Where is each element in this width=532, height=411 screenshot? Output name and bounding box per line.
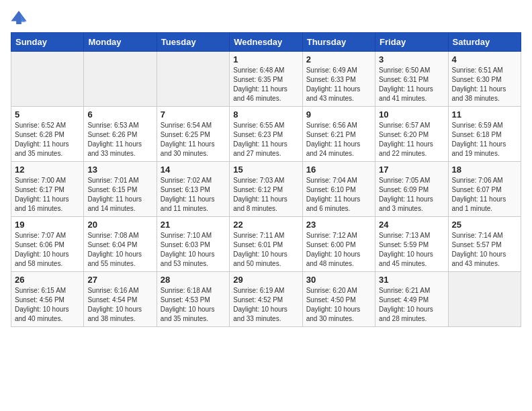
day-number: 1 [233,54,298,64]
day-number: 20 [87,220,152,230]
calendar-cell: 21 Sunrise: 7:10 AMSunset: 6:03 PMDaylig… [157,217,229,272]
calendar-cell: 4 Sunrise: 6:51 AMSunset: 6:30 PMDayligh… [448,52,521,107]
day-number: 7 [161,109,226,120]
day-detail: Sunrise: 6:49 AMSunset: 6:33 PMDaylight:… [306,66,371,103]
day-detail: Sunrise: 6:48 AMSunset: 6:35 PMDaylight:… [233,66,298,103]
calendar-cell: 20 Sunrise: 7:08 AMSunset: 6:04 PMDaylig… [84,217,157,272]
calendar-cell: 30 Sunrise: 6:20 AMSunset: 4:50 PMDaylig… [302,272,375,327]
day-detail: Sunrise: 7:01 AMSunset: 6:15 PMDaylight:… [87,176,152,214]
day-number: 15 [233,165,298,175]
logo-icon [11,11,27,24]
calendar-cell: 13 Sunrise: 7:01 AMSunset: 6:15 PMDaylig… [84,162,157,217]
day-detail: Sunrise: 6:18 AMSunset: 4:53 PMDaylight:… [161,286,226,324]
day-number: 14 [161,165,226,175]
calendar-cell: 26 Sunrise: 6:15 AMSunset: 4:56 PMDaylig… [11,272,84,327]
day-number: 25 [452,220,517,230]
day-number: 23 [306,220,371,230]
day-detail: Sunrise: 6:55 AMSunset: 6:23 PMDaylight:… [233,121,298,158]
calendar-cell: 2 Sunrise: 6:49 AMSunset: 6:33 PMDayligh… [302,52,375,107]
calendar-cell: 16 Sunrise: 7:04 AMSunset: 6:10 PMDaylig… [302,162,375,217]
day-number: 6 [87,109,152,120]
calendar-cell: 29 Sunrise: 6:19 AMSunset: 4:52 PMDaylig… [230,272,302,327]
day-number: 12 [15,165,80,175]
day-detail: Sunrise: 6:53 AMSunset: 6:26 PMDaylight:… [87,121,152,158]
calendar-week-row: 5 Sunrise: 6:52 AMSunset: 6:28 PMDayligh… [11,107,521,162]
day-number: 3 [379,54,444,64]
day-number: 11 [452,109,517,120]
weekday-header: Tuesday [157,33,229,52]
calendar-cell: 18 Sunrise: 7:06 AMSunset: 6:07 PMDaylig… [448,162,521,217]
calendar-cell: 17 Sunrise: 7:05 AMSunset: 6:09 PMDaylig… [375,162,448,217]
day-number: 31 [379,275,444,285]
day-number: 17 [379,165,444,175]
day-number: 22 [233,220,298,230]
calendar-cell: 28 Sunrise: 6:18 AMSunset: 4:53 PMDaylig… [157,272,229,327]
calendar-cell: 23 Sunrise: 7:12 AMSunset: 6:00 PMDaylig… [302,217,375,272]
day-number: 28 [161,275,226,285]
calendar-week-row: 26 Sunrise: 6:15 AMSunset: 4:56 PMDaylig… [11,272,521,327]
day-number: 24 [379,220,444,230]
weekday-header: Sunday [11,33,84,52]
calendar-cell: 12 Sunrise: 7:00 AMSunset: 6:17 PMDaylig… [11,162,84,217]
day-number: 19 [15,220,80,230]
day-number: 2 [306,54,371,64]
calendar-cell [84,52,157,107]
day-number: 21 [161,220,226,230]
day-number: 29 [233,275,298,285]
day-detail: Sunrise: 6:21 AMSunset: 4:49 PMDaylight:… [379,286,444,324]
calendar-cell: 11 Sunrise: 6:59 AMSunset: 6:18 PMDaylig… [448,107,521,162]
day-number: 5 [15,109,80,120]
day-detail: Sunrise: 6:57 AMSunset: 6:20 PMDaylight:… [379,121,444,158]
weekday-header: Friday [375,33,448,52]
calendar-week-row: 12 Sunrise: 7:00 AMSunset: 6:17 PMDaylig… [11,162,521,217]
day-number: 8 [233,109,298,120]
day-detail: Sunrise: 7:08 AMSunset: 6:04 PMDaylight:… [87,231,152,269]
weekday-header-row: SundayMondayTuesdayWednesdayThursdayFrid… [11,33,521,52]
day-detail: Sunrise: 7:00 AMSunset: 6:17 PMDaylight:… [15,176,80,214]
calendar-table: SundayMondayTuesdayWednesdayThursdayFrid… [11,32,521,327]
svg-marker-0 [11,11,26,24]
day-detail: Sunrise: 7:12 AMSunset: 6:00 PMDaylight:… [306,231,371,269]
day-number: 18 [452,165,517,175]
day-detail: Sunrise: 6:15 AMSunset: 4:56 PMDaylight:… [15,286,80,324]
calendar-cell: 22 Sunrise: 7:11 AMSunset: 6:01 PMDaylig… [230,217,302,272]
weekday-header: Wednesday [230,33,302,52]
calendar-cell: 19 Sunrise: 7:07 AMSunset: 6:06 PMDaylig… [11,217,84,272]
day-number: 27 [87,275,152,285]
page-header [11,11,521,24]
calendar-cell: 14 Sunrise: 7:02 AMSunset: 6:13 PMDaylig… [157,162,229,217]
day-detail: Sunrise: 6:51 AMSunset: 6:30 PMDaylight:… [452,66,517,103]
calendar-cell: 5 Sunrise: 6:52 AMSunset: 6:28 PMDayligh… [11,107,84,162]
calendar-cell: 1 Sunrise: 6:48 AMSunset: 6:35 PMDayligh… [230,52,302,107]
day-detail: Sunrise: 6:56 AMSunset: 6:21 PMDaylight:… [306,121,371,158]
calendar-week-row: 1 Sunrise: 6:48 AMSunset: 6:35 PMDayligh… [11,52,521,107]
calendar-week-row: 19 Sunrise: 7:07 AMSunset: 6:06 PMDaylig… [11,217,521,272]
calendar-cell: 6 Sunrise: 6:53 AMSunset: 6:26 PMDayligh… [84,107,157,162]
calendar-cell: 7 Sunrise: 6:54 AMSunset: 6:25 PMDayligh… [157,107,229,162]
day-detail: Sunrise: 7:13 AMSunset: 5:59 PMDaylight:… [379,231,444,269]
day-detail: Sunrise: 6:50 AMSunset: 6:31 PMDaylight:… [379,66,444,103]
day-detail: Sunrise: 7:04 AMSunset: 6:10 PMDaylight:… [306,176,371,214]
calendar-cell: 31 Sunrise: 6:21 AMSunset: 4:49 PMDaylig… [375,272,448,327]
calendar-cell: 9 Sunrise: 6:56 AMSunset: 6:21 PMDayligh… [302,107,375,162]
logo [11,11,30,24]
day-detail: Sunrise: 6:52 AMSunset: 6:28 PMDaylight:… [15,121,80,158]
day-detail: Sunrise: 6:54 AMSunset: 6:25 PMDaylight:… [161,121,226,158]
calendar-cell [157,52,229,107]
day-detail: Sunrise: 7:02 AMSunset: 6:13 PMDaylight:… [161,176,226,214]
day-number: 10 [379,109,444,120]
day-number: 13 [87,165,152,175]
day-detail: Sunrise: 6:20 AMSunset: 4:50 PMDaylight:… [306,286,371,324]
day-number: 16 [306,165,371,175]
calendar-cell: 25 Sunrise: 7:14 AMSunset: 5:57 PMDaylig… [448,217,521,272]
day-number: 9 [306,109,371,120]
day-detail: Sunrise: 7:05 AMSunset: 6:09 PMDaylight:… [379,176,444,214]
calendar-cell: 27 Sunrise: 6:16 AMSunset: 4:54 PMDaylig… [84,272,157,327]
calendar-cell: 24 Sunrise: 7:13 AMSunset: 5:59 PMDaylig… [375,217,448,272]
day-detail: Sunrise: 6:59 AMSunset: 6:18 PMDaylight:… [452,121,517,158]
calendar-cell [448,272,521,327]
day-detail: Sunrise: 7:07 AMSunset: 6:06 PMDaylight:… [15,231,80,269]
calendar-cell: 8 Sunrise: 6:55 AMSunset: 6:23 PMDayligh… [230,107,302,162]
day-detail: Sunrise: 7:11 AMSunset: 6:01 PMDaylight:… [233,231,298,269]
day-detail: Sunrise: 7:14 AMSunset: 5:57 PMDaylight:… [452,231,517,269]
